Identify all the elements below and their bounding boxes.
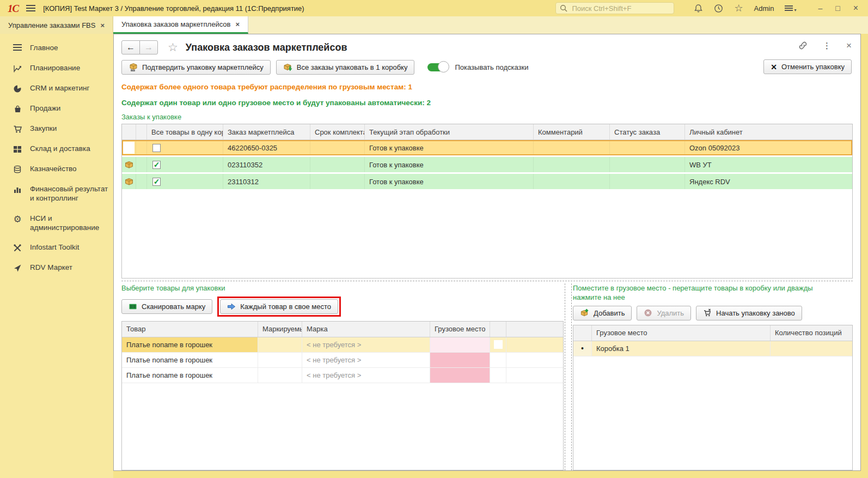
tab-marketplace-packing[interactable]: Упаковка заказов маркетплейсов × (113, 16, 248, 34)
delete-circle-icon (644, 308, 652, 317)
horizontal-splitter[interactable] (121, 279, 853, 283)
all-in-one-box-checkbox[interactable] (152, 178, 161, 186)
products-table-header: Товар Маркируемый Марка Грузовое место (122, 322, 563, 337)
boxes-table: Грузовое место Количество позиций • Коро… (573, 325, 853, 470)
history-clock-icon[interactable] (714, 4, 723, 13)
boxes-table-header: Грузовое место Количество позиций (573, 325, 852, 341)
get-link-icon[interactable] (798, 41, 808, 50)
pack-all-in-one-box-button[interactable]: Все заказы упаковать в 1 коробку (276, 60, 415, 75)
more-menu-kebab-icon[interactable]: ⋮ (823, 41, 831, 50)
column-header[interactable]: Количество позиций (771, 325, 852, 341)
search-input[interactable] (571, 4, 670, 13)
tab-close-icon[interactable]: × (235, 20, 240, 28)
favorite-page-star-icon[interactable]: ☆ (168, 41, 178, 54)
products-panel: Выберите товары для упаковки Сканировать… (121, 283, 564, 470)
red-annotation-box: Каждый товар в свое место (217, 297, 341, 317)
orders-section-label: Заказы к упаковке (121, 113, 853, 121)
all-in-one-box-checkbox[interactable] (152, 144, 161, 152)
column-header[interactable]: Все товары в одну коробку (147, 124, 223, 140)
main-menu-icon[interactable] (26, 5, 35, 11)
mark-cell: < не требуется > (302, 353, 430, 367)
delete-box-button[interactable]: Удалить (637, 306, 691, 320)
sidebar-item-planning[interactable]: Планирование (0, 58, 113, 78)
service-menu-icon[interactable]: ▾ (785, 4, 796, 13)
restart-packing-button[interactable]: Начать упаковку заново (696, 306, 802, 320)
each-item-own-place-button[interactable]: Каждый товар в свое место (220, 299, 338, 314)
column-header[interactable]: Комментарий (534, 124, 610, 140)
column-header[interactable]: Личный кабинет (685, 124, 852, 140)
close-form-icon[interactable]: × (846, 41, 852, 50)
blue-arrow-icon (227, 302, 236, 311)
order-row-selected[interactable]: 46220650-0325 Готов к упаковке Ozon 0509… (122, 140, 852, 155)
notifications-bell-icon[interactable] (694, 4, 703, 13)
order-row[interactable]: 023110352 Готов к упаковке WB УТ (122, 157, 852, 172)
cabinet-cell: WB УТ (685, 157, 852, 172)
order-number-cell: 023110352 (223, 157, 310, 172)
package-icon (124, 177, 134, 186)
cabinet-cell: Ozon 05092023 (685, 140, 852, 155)
column-header[interactable]: Статус заказа (610, 124, 685, 140)
product-row[interactable]: Платье noname в горошек < не требуется > (122, 368, 563, 383)
bar-chart-icon (12, 185, 23, 194)
sections-sidebar: Главное Планирование CRM и маркетинг Про… (0, 34, 113, 478)
barcode-icon (129, 302, 137, 311)
multi-item-warning-message: Содержат более одного товара требуют рас… (121, 83, 853, 91)
back-button[interactable]: ← (121, 40, 140, 55)
sidebar-item-treasury[interactable]: Казначейство (0, 159, 113, 179)
products-table: Товар Маркируемый Марка Грузовое место П… (121, 321, 564, 470)
menu-lines-icon (12, 44, 23, 51)
warehouse-grid-icon (12, 145, 23, 154)
mark-cell: < не требуется > (302, 337, 430, 352)
product-name-cell: Платье noname в горошек (122, 368, 258, 383)
all-in-one-box-checkbox[interactable] (152, 161, 161, 169)
minimize-button[interactable]: – (818, 4, 822, 12)
confirm-packing-button[interactable]: Подтвердить упаковку маркетплейсу (121, 60, 271, 75)
box-count-cell (771, 341, 852, 356)
column-header[interactable]: Маркируемый (258, 322, 302, 337)
cargo-place-cell[interactable] (430, 353, 490, 367)
tab-close-icon[interactable]: × (100, 21, 105, 29)
product-row-selected[interactable]: Платье noname в горошек < не требуется > (122, 337, 563, 353)
window-title: [КОПИЯ] Test Маркет 3 / Управление торго… (43, 4, 304, 13)
window-titlebar: 1С [КОПИЯ] Test Маркет 3 / Управление то… (0, 0, 868, 16)
current-row-marker (122, 140, 136, 155)
sidebar-item-finance[interactable]: Финансовый результат и контроллинг (0, 179, 113, 209)
scan-mark-button[interactable]: Сканировать марку (121, 299, 212, 314)
sidebar-item-infostart-toolkit[interactable]: Infostart Toolkit (0, 238, 113, 258)
global-search[interactable] (555, 2, 674, 14)
products-section-label: Выберите товары для упаковки (121, 284, 564, 293)
cargo-place-cell[interactable] (430, 337, 490, 352)
order-row[interactable]: 23110312 Готов к упаковке Яндекс RDV (122, 174, 852, 189)
mark-cell: < не требуется > (302, 368, 430, 383)
forward-button[interactable]: → (139, 40, 158, 55)
box-row-selected[interactable]: • Коробка 1 (573, 341, 852, 356)
package-barcode-icon (129, 63, 138, 72)
sidebar-item-main[interactable]: Главное (0, 38, 113, 58)
user-label[interactable]: Admin (754, 4, 774, 13)
sidebar-item-sales[interactable]: Продажи (0, 99, 113, 119)
column-header[interactable]: Товар (122, 322, 258, 337)
column-header[interactable]: Срок комплектации (310, 124, 365, 140)
sidebar-item-warehouse[interactable]: Склад и доставка (0, 139, 113, 159)
product-name-cell: Платье noname в горошек (122, 337, 258, 352)
close-window-button[interactable]: × (853, 4, 858, 13)
sidebar-item-nsi-admin[interactable]: ⚙ НСИ и администрирование (0, 209, 113, 238)
column-header[interactable]: Марка (302, 322, 430, 337)
box-name-cell: Коробка 1 (592, 341, 771, 356)
favorites-star-icon[interactable]: ☆ (734, 3, 743, 13)
maximize-button[interactable]: □ (835, 4, 840, 12)
product-row[interactable]: Платье noname в горошек < не требуется > (122, 353, 563, 368)
sidebar-item-purchases[interactable]: Закупки (0, 119, 113, 139)
column-header[interactable]: Грузовое место (430, 322, 490, 337)
column-header[interactable]: Текущий этап обработки (365, 124, 534, 140)
vertical-splitter[interactable] (565, 283, 572, 470)
sidebar-item-crm[interactable]: CRM и маркетинг (0, 78, 113, 99)
sidebar-item-rdv-market[interactable]: RDV Маркет (0, 258, 113, 278)
cargo-place-cell[interactable] (430, 368, 490, 383)
column-header[interactable]: Заказ маркетплейса (223, 124, 310, 140)
tab-fbs-orders[interactable]: Управление заказами FBS × (0, 16, 113, 34)
cancel-packing-button[interactable]: ✕ Отменить упаковку (763, 59, 852, 74)
add-box-button[interactable]: Добавить (573, 306, 632, 320)
column-header[interactable]: Грузовое место (592, 325, 771, 341)
show-hints-toggle[interactable] (427, 63, 448, 71)
